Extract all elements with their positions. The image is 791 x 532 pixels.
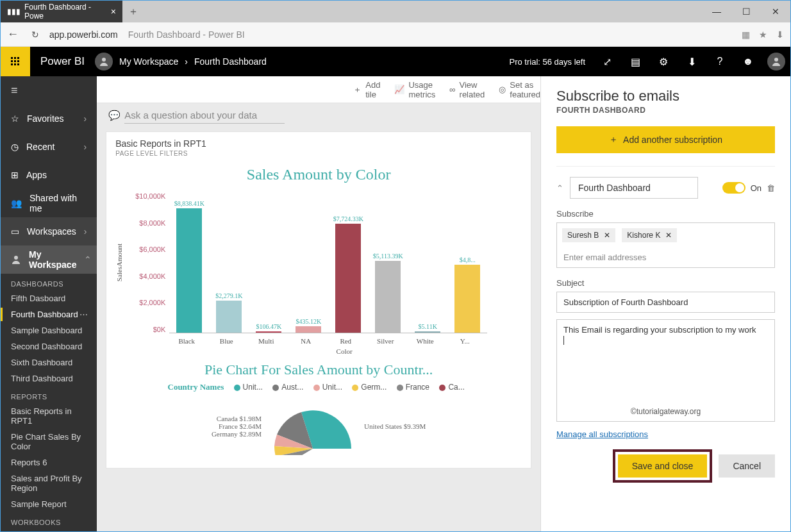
add-tile-button[interactable]: ＋Add tile [353, 80, 380, 99]
breadcrumb-workspace[interactable]: My Workspace [119, 56, 178, 67]
sidebar-item-workspaces[interactable]: ▭Workspaces› [1, 217, 97, 245]
qna-input[interactable]: Ask a question about your data [124, 107, 285, 124]
svg-point-9 [102, 58, 106, 62]
sidebar-item-shared[interactable]: 👥Shared with me [1, 189, 97, 217]
view-related-button[interactable]: ∞View related [449, 80, 485, 99]
plus-icon: ＋ [609, 134, 618, 145]
body-textarea[interactable]: This Email is regarding your subscriptio… [556, 319, 775, 422]
sidebar-item-favorites[interactable]: ☆Favorites› [1, 104, 97, 133]
section-reports: REPORTS [1, 387, 97, 403]
bar-value-label: $106.47K [256, 323, 281, 330]
fullscreen-button[interactable]: ⤢ [593, 47, 621, 76]
favorite-icon[interactable]: ★ [759, 29, 767, 40]
plus-icon: ＋ [353, 84, 362, 96]
chat-icon: 💬 [108, 110, 121, 121]
subscribe-panel: Subscribe to emails FOURTH DASHBOARD ＋Ad… [540, 76, 790, 531]
bar-col: $7,724.33K [328, 215, 368, 333]
browser-tab[interactable]: ▮▮▮ Fourth Dashboard - Powe × [1, 1, 122, 22]
delete-icon[interactable]: 🗑 [767, 183, 775, 193]
bar-value-label: $7,724.33K [333, 215, 363, 222]
category-label: White [405, 333, 445, 345]
help-button[interactable]: ? [706, 47, 734, 76]
report-item[interactable]: Reports 6 [1, 454, 97, 470]
more-icon[interactable]: ⋯ [79, 310, 88, 319]
remove-icon[interactable]: ✕ [665, 231, 672, 240]
ytick: $2,000K [139, 299, 165, 306]
settings-button[interactable]: ⚙ [649, 47, 678, 76]
back-button[interactable]: ← [7, 28, 19, 41]
refresh-button[interactable]: ↻ [31, 29, 39, 40]
chevron-right-icon: › [84, 113, 87, 124]
cancel-button[interactable]: Cancel [719, 454, 775, 478]
sidebar-item-recent[interactable]: ◷Recent› [1, 133, 97, 161]
feedback-button[interactable]: ☻ [734, 47, 762, 76]
minimize-button[interactable]: ― [702, 1, 731, 22]
save-and-close-button[interactable]: Save and close [618, 454, 708, 478]
category-label: Silver [365, 333, 405, 345]
svg-rect-5 [17, 60, 19, 62]
report-item[interactable]: Pie Chart Sales By Color [1, 429, 97, 454]
ytick: $10,000K [135, 192, 165, 200]
download-button[interactable]: ⬇ [678, 47, 706, 76]
pie-svg [268, 397, 358, 455]
email-input[interactable]: Enter email addresses [556, 247, 775, 268]
bar-col: $8,838.41K [169, 200, 209, 333]
notifications-button[interactable]: ▤ [621, 47, 649, 76]
new-tab-button[interactable]: ＋ [122, 1, 144, 22]
recipient-pill: Suresh B✕ [562, 228, 615, 242]
sidebar-item-apps[interactable]: ⊞Apps [1, 161, 97, 189]
app-launcher-button[interactable] [1, 47, 30, 76]
category-label: NA [286, 333, 326, 345]
label: Favorites [27, 113, 64, 124]
report-item[interactable]: Sample Report [1, 496, 97, 512]
bar-value-label: $5,113.39K [373, 253, 403, 260]
dashboard-item[interactable]: Second Dashboard [1, 338, 97, 354]
maximize-button[interactable]: ☐ [731, 1, 761, 22]
set-featured-button[interactable]: ◎Set as featured [499, 80, 540, 99]
hamburger-button[interactable]: ≡ [1, 76, 97, 104]
share-icon: 👥 [11, 198, 22, 208]
breadcrumb-dashboard[interactable]: Fourth Dashboard [194, 56, 267, 67]
download-icon[interactable]: ⬇ [776, 29, 784, 40]
y-axis: $10,000K $8,000K $6,000K $4,000K $2,000K… [124, 192, 169, 333]
remove-icon[interactable]: ✕ [604, 231, 610, 240]
on-toggle[interactable] [722, 182, 745, 194]
report-item[interactable]: Basic Reports in RPT1 [1, 403, 97, 429]
ytick: $0K [153, 326, 166, 333]
report-item[interactable]: Sales and Profit By Region [1, 470, 97, 496]
collapse-button[interactable]: ⌃ [556, 183, 563, 193]
qna-bar[interactable]: 💬 Ask a question about your data [97, 103, 540, 128]
user-avatar-icon[interactable] [95, 53, 113, 71]
section-workbooks: WORKBOOKS [1, 512, 97, 529]
add-subscription-button[interactable]: ＋Add another subscription [556, 126, 775, 153]
bar-col: $2,279.1K [209, 292, 249, 333]
label: Set as featured [510, 80, 540, 99]
bar-col: $435.12K [288, 318, 328, 333]
label: Usage metrics [408, 80, 435, 99]
bar [375, 261, 401, 333]
dashboard-item[interactable]: Sample Dashboard [1, 322, 97, 338]
svg-rect-6 [11, 63, 13, 65]
dashboard-item-active[interactable]: Fourth Dashboard⋯ [1, 306, 97, 322]
section-dashboards: DASHBOARDS [1, 274, 97, 290]
dashboard-item[interactable]: Third Dashboard [1, 370, 97, 387]
recipients-box[interactable]: Suresh B✕ Kishore K✕ [556, 222, 775, 247]
dashboard-item[interactable]: Sixth Dashboard [1, 354, 97, 370]
url-host[interactable]: app.powerbi.com [49, 29, 118, 40]
pie-callout: Canada $1.98M [212, 415, 262, 422]
svg-rect-3 [11, 60, 13, 62]
subject-input[interactable]: Subscription of Fourth Dashboard [556, 292, 775, 313]
legend-title: Country Names [168, 382, 224, 392]
usage-metrics-button[interactable]: 📈Usage metrics [394, 80, 435, 99]
sidebar-item-my-workspace[interactable]: My Workspace⌃ [1, 245, 97, 274]
close-window-button[interactable]: ✕ [761, 1, 790, 22]
manage-subscriptions-link[interactable]: Manage all subscriptions [556, 429, 775, 439]
account-button[interactable] [762, 47, 790, 76]
label: Suresh B [567, 231, 599, 240]
body-text: This Email is regarding your subscriptio… [563, 325, 756, 335]
ytick: $4,000K [139, 272, 165, 280]
close-tab-icon[interactable]: × [111, 6, 116, 17]
subscription-name-input[interactable]: Fourth Dashboard [570, 177, 698, 199]
dashboard-item[interactable]: Fifth Dasboard [1, 290, 97, 306]
legend-item: Aust... [268, 383, 303, 392]
